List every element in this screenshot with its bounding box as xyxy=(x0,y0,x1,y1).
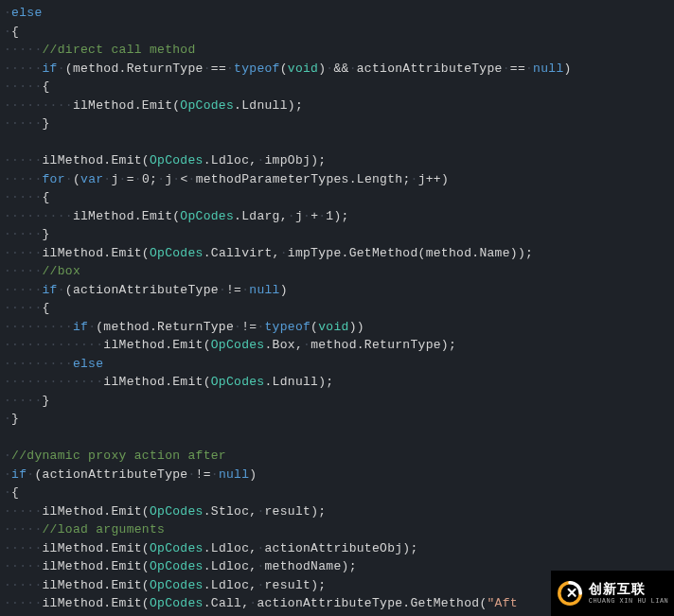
watermark-logo: 创新互联 CHUANG XIN HU LIAN xyxy=(551,571,674,616)
comment-dynamic: //dynamic proxy action after xyxy=(11,449,226,463)
comment-load: //load arguments xyxy=(43,522,166,537)
logo-text-cn: 创新互联 xyxy=(589,583,669,596)
logo-icon xyxy=(557,580,583,607)
logo-text-py: CHUANG XIN HU LIAN xyxy=(589,598,669,605)
code-editor: ·else ·{ ·····//direct call method ·····… xyxy=(0,0,674,616)
keyword-if: if xyxy=(43,62,58,76)
comment-box: //box xyxy=(43,264,81,278)
comment-direct: //direct call method xyxy=(43,43,196,57)
keyword-else: else xyxy=(11,6,42,20)
keyword-for: for xyxy=(43,172,65,186)
